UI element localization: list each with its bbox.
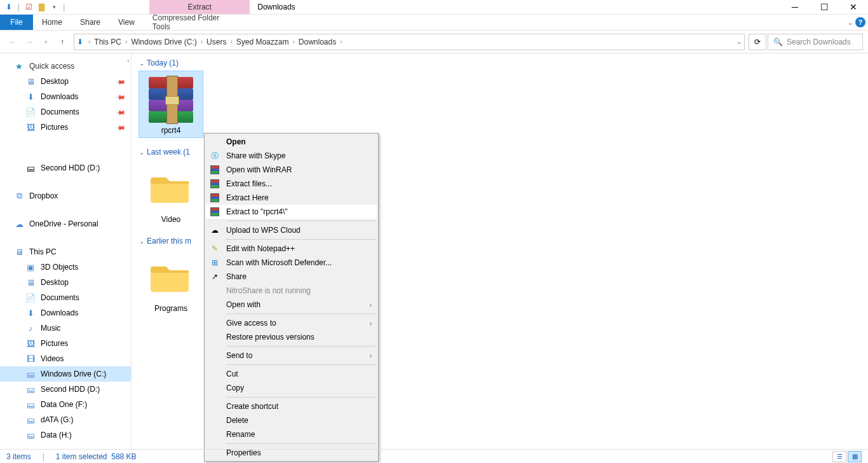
sidebar-item-second-hdd[interactable]: 🖴Second HDD (D:) <box>0 160 131 176</box>
menu-item-share-with-skype[interactable]: ⓢShare with Skype <box>206 149 377 163</box>
maximize-button[interactable]: ☐ <box>810 0 839 15</box>
sidebar-item-label: Music <box>41 324 60 333</box>
file-tab[interactable]: File <box>0 15 33 30</box>
large-icons-view-button[interactable]: ▦ <box>848 451 862 462</box>
qat-dropdown-icon[interactable]: ▾ <box>49 2 59 12</box>
navigation-pane[interactable]: ‹ ★ Quick access 🖥Desktop📌 ⬇Downloads📌 📄… <box>0 53 132 449</box>
address-history-icon[interactable]: ⌄ <box>736 38 742 45</box>
menu-item-label: Open with WinRAR <box>226 165 292 174</box>
sidebar-item-label: dATA (G:) <box>41 415 74 424</box>
drive-icon: 🖴 <box>25 399 36 410</box>
menu-item-label: Cut <box>226 370 238 378</box>
ribbon-collapse-icon[interactable]: ⌄ <box>848 19 853 26</box>
refresh-button[interactable]: ⟳ <box>749 34 766 50</box>
sidebar-dropbox[interactable]: ⧉Dropbox <box>0 188 131 204</box>
address-bar[interactable]: ⬇ › This PC › Windows Drive (C:) › Users… <box>74 34 745 50</box>
star-icon: ★ <box>14 61 24 71</box>
pc-icon: 🖥 <box>14 247 24 257</box>
menu-item-edit-with-notepad[interactable]: ✎Edit with Notepad++ <box>206 242 377 256</box>
menu-item-extract-here[interactable]: Extract Here <box>206 191 377 205</box>
qat-separator: | <box>62 3 66 11</box>
menu-item-copy[interactable]: Copy <box>206 381 377 395</box>
menu-item-share[interactable]: ↗Share <box>206 270 377 284</box>
details-view-button[interactable]: ☰ <box>832 451 846 462</box>
crumb-downloads[interactable]: Downloads <box>296 38 339 46</box>
forward-button[interactable]: → <box>22 34 37 50</box>
chevron-right-icon[interactable]: › <box>200 38 204 45</box>
menu-item-label: Share <box>226 272 247 281</box>
sidebar-item-3d-objects[interactable]: ▣3D Objects <box>0 259 131 275</box>
sidebar-item-downloads[interactable]: ⬇Downloads <box>0 305 131 321</box>
status-selection: 1 item selected 588 KB <box>56 452 137 461</box>
file-item-rpcrt4[interactable]: rpcrt4 <box>139 71 203 137</box>
search-input[interactable]: 🔍 Search Downloads <box>768 34 863 50</box>
sidebar-item-data-g-[interactable]: 🖴dATA (G:) <box>0 412 131 427</box>
crumb-this-pc[interactable]: This PC <box>92 38 124 46</box>
sidebar-item-windows-drive-c-[interactable]: 🖴Windows Drive (C:) <box>0 366 131 382</box>
menu-separator <box>226 397 376 397</box>
chevron-right-icon[interactable]: › <box>229 38 233 45</box>
sidebar-item-desktop[interactable]: 🖥Desktop📌 <box>0 74 131 89</box>
crumb-user[interactable]: Syed Moazzam <box>234 38 292 46</box>
menu-item-scan-with-microsoft-defender[interactable]: ⊞Scan with Microsoft Defender... <box>206 256 377 270</box>
crumb-c[interactable]: Windows Drive (C:) <box>128 38 199 46</box>
nav-collapse-icon[interactable]: ‹ <box>125 56 132 65</box>
close-button[interactable]: ✕ <box>839 0 868 15</box>
documents-icon: 📄 <box>25 107 36 117</box>
sidebar-item-pictures[interactable]: 🖼Pictures <box>0 336 131 351</box>
help-icon[interactable]: ? <box>855 17 865 27</box>
menu-item-send-to[interactable]: Send to› <box>206 349 377 363</box>
file-item-video[interactable]: Video <box>139 160 203 226</box>
menu-item-restore-previous-versions[interactable]: Restore previous versions <box>206 330 377 344</box>
quick-access-toolbar: ⬇ | ☑ ▇ ▾ | <box>0 2 66 12</box>
up-button[interactable]: ↑ <box>55 34 70 50</box>
menu-item-upload-to-wps-cloud[interactable]: ☁Upload to WPS Cloud <box>206 223 377 237</box>
menu-item-label: Edit with Notepad++ <box>226 244 295 253</box>
sidebar-item-music[interactable]: ♪Music <box>0 321 131 336</box>
sidebar-item-videos[interactable]: 🎞Videos <box>0 351 131 366</box>
sidebar-item-label: Second HDD (D:) <box>41 163 100 172</box>
sidebar-this-pc[interactable]: 🖥This PC <box>0 244 131 259</box>
file-item-programs[interactable]: Programs <box>139 249 203 315</box>
chevron-right-icon[interactable]: › <box>291 38 295 45</box>
chevron-right-icon[interactable]: › <box>339 38 343 45</box>
sidebar-item-desktop[interactable]: 🖥Desktop <box>0 275 131 290</box>
tab-home[interactable]: Home <box>33 15 71 30</box>
minimize-button[interactable]: ─ <box>780 0 810 15</box>
sidebar-item-second-hdd-d-[interactable]: 🖴Second HDD (D:) <box>0 382 131 397</box>
tab-compressed-folder-tools[interactable]: Compressed Folder Tools <box>144 15 244 30</box>
crumb-users[interactable]: Users <box>204 38 229 46</box>
menu-item-open-with-winrar[interactable]: Open with WinRAR <box>206 163 377 177</box>
sidebar-item-downloads[interactable]: ⬇Downloads📌 <box>0 89 131 104</box>
tab-share[interactable]: Share <box>71 15 109 30</box>
tab-view[interactable]: View <box>109 15 144 30</box>
back-button[interactable]: ← <box>5 34 20 50</box>
menu-item-rename[interactable]: Rename <box>206 427 377 441</box>
menu-item-create-shortcut[interactable]: Create shortcut <box>206 399 377 413</box>
sidebar-item-data-h-[interactable]: 🖴Data (H:) <box>0 427 131 443</box>
sidebar-quick-access[interactable]: ★ Quick access <box>0 59 131 74</box>
group-header[interactable]: ⌄Today (1) <box>139 59 860 67</box>
menu-item-open-with[interactable]: Open with› <box>206 298 377 312</box>
folder-qat-icon[interactable]: ▇ <box>36 2 46 12</box>
menu-item-extract-files[interactable]: Extract files... <box>206 177 377 191</box>
chevron-right-icon[interactable]: › <box>87 38 92 45</box>
drive-icon: 🖴 <box>25 384 36 394</box>
properties-qat-icon[interactable]: ☑ <box>24 2 34 12</box>
sidebar-item-label: Pictures <box>41 123 68 132</box>
recent-dropdown-icon[interactable]: ▾ <box>38 34 53 50</box>
chevron-right-icon[interactable]: › <box>124 38 128 45</box>
menu-item-delete[interactable]: Delete <box>206 413 377 427</box>
pictures-icon: 🖼 <box>25 122 36 132</box>
sidebar-item-data-one-f-[interactable]: 🖴Data One (F:) <box>0 397 131 412</box>
menu-item-extract-to-rpcrt4[interactable]: Extract to "rpcrt4\" <box>206 205 377 219</box>
sidebar-onedrive[interactable]: ☁OneDrive - Personal <box>0 216 131 232</box>
rar-icon <box>210 165 220 175</box>
menu-item-give-access-to[interactable]: Give access to› <box>206 316 377 330</box>
sidebar-item-documents[interactable]: 📄Documents📌 <box>0 104 131 120</box>
sidebar-item-documents[interactable]: 📄Documents <box>0 290 131 305</box>
menu-item-open[interactable]: Open <box>206 135 377 149</box>
title-bar: ⬇ | ☑ ▇ ▾ | Extract Downloads ─ ☐ ✕ <box>0 0 868 15</box>
sidebar-item-pictures[interactable]: 🖼Pictures📌 <box>0 120 131 135</box>
menu-item-cut[interactable]: Cut <box>206 367 377 381</box>
